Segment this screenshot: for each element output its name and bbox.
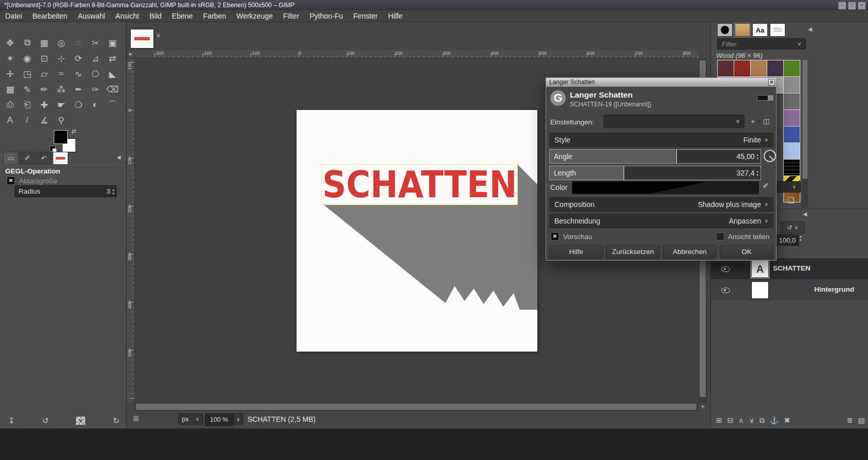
sample-size-option[interactable]: ✕ Abtastgröße <box>7 177 57 185</box>
tool-measure[interactable]: ∡ <box>37 114 52 127</box>
angle-spinner[interactable]: ▴▾ <box>756 153 758 160</box>
dialog-mini-slider[interactable] <box>757 95 773 101</box>
pattern-swatch[interactable] <box>718 60 734 76</box>
canvas-image[interactable]: SCHATTEN <box>297 110 537 352</box>
dialog-titlebar[interactable]: Langer Schatten ✕ <box>546 78 776 87</box>
image-tab[interactable] <box>130 29 154 49</box>
pattern-scrollbar[interactable] <box>802 60 808 208</box>
image-tab-close-icon[interactable]: ✕ <box>156 33 161 39</box>
pattern-swatch[interactable] <box>784 110 800 126</box>
open-pattern-icon[interactable]: ❏ <box>787 196 794 205</box>
radius-spinner[interactable]: ▴▾ <box>112 188 114 195</box>
collapse-right-icon[interactable]: ◀ <box>808 26 812 32</box>
tool-rectangle-select[interactable]: ▦ <box>37 36 52 50</box>
tool-airbrush[interactable]: ⁂ <box>54 83 69 96</box>
tool-perspective-clone[interactable]: ⎗ <box>20 98 35 112</box>
tool-dodge-burn[interactable]: ◐ <box>88 98 103 112</box>
layer-row-schatten[interactable]: ASCHATTEN <box>711 258 868 279</box>
radius-value[interactable]: 3 <box>106 187 111 195</box>
layer-mode-reset-button[interactable]: ↺ ∨ <box>780 221 805 234</box>
tool-flip[interactable]: ⇄ <box>105 52 120 65</box>
pattern-filter-input[interactable]: Filter ∨ <box>717 38 806 50</box>
tool-select-by-color[interactable]: ◉ <box>20 52 35 65</box>
tool-perspective[interactable]: ▱ <box>37 67 52 81</box>
pattern-swatch[interactable] <box>784 126 800 142</box>
tool-rotate[interactable]: ⟳ <box>71 52 86 65</box>
tool-paths[interactable]: ⌒ <box>105 98 120 112</box>
split-view-checkbox[interactable] <box>716 232 724 241</box>
zoom-input[interactable]: 100 % <box>205 414 233 426</box>
maximize-button[interactable]: □ <box>848 2 856 10</box>
collapse-layers-icon[interactable]: ◀ <box>803 211 807 217</box>
reset-tool-options-button[interactable]: ↻ <box>113 416 119 425</box>
pattern-swatch[interactable] <box>784 60 800 76</box>
pattern-scrollbar-thumb[interactable] <box>802 60 808 179</box>
tool-heal[interactable]: ✚ <box>37 98 52 112</box>
anchor-layer-button[interactable]: ⚓ <box>770 416 779 425</box>
horizontal-scrollbar[interactable] <box>135 403 699 411</box>
close-button[interactable]: × <box>858 2 866 10</box>
window-titlebar[interactable]: *[Unbenannt]-7.0 (RGB-Farben 8-Bit-Gamma… <box>0 0 868 10</box>
menu-hilfe[interactable]: Hilfe <box>383 11 408 21</box>
menu-filter[interactable]: Filter <box>278 11 304 21</box>
preview-checkbox[interactable]: ✕ <box>551 232 559 241</box>
menu-datei[interactable]: Datei <box>0 11 27 21</box>
panel-menu-button[interactable]: ▤ <box>858 416 865 425</box>
pattern-swatch[interactable] <box>784 77 800 93</box>
lower-layer-button[interactable]: ∨ <box>749 416 754 425</box>
collapse-left-icon[interactable]: ◀ <box>117 154 121 160</box>
tool-pencil[interactable]: ✏ <box>37 83 52 96</box>
tool-clone[interactable]: ⎙ <box>3 98 18 112</box>
navigation-button[interactable]: ✛ <box>699 403 707 411</box>
angle-dial[interactable] <box>764 150 776 162</box>
tool-zoom[interactable]: ⚲ <box>54 114 69 127</box>
tab-patterns[interactable] <box>735 23 750 37</box>
menu-bearbeiten[interactable]: Bearbeiten <box>27 11 73 21</box>
radius-field[interactable]: Radius 3 ▴▾ <box>14 185 117 197</box>
swap-colors-icon[interactable]: ⇄ <box>71 128 76 135</box>
horizontal-ruler[interactable]: -300-200-1000100200300400500600700800 <box>135 50 699 58</box>
split-view-option[interactable]: Ansicht teilen <box>716 232 769 241</box>
ruler-corner-button[interactable]: ▶ <box>127 50 135 58</box>
manage-settings-icon[interactable]: ◫ <box>763 117 769 125</box>
length-slider[interactable]: Length 327,4▴▾ <box>549 166 761 180</box>
foreground-color-swatch[interactable] <box>54 130 68 144</box>
minimize-button[interactable]: − <box>838 2 846 10</box>
tool-paintbrush[interactable]: ✎ <box>20 83 35 96</box>
unit-select[interactable]: px ∨ <box>178 414 203 425</box>
dialog-button-ok[interactable]: OK <box>720 245 773 259</box>
tool-move[interactable]: ✥ <box>3 36 18 50</box>
settings-combo[interactable]: ∨ <box>603 115 745 128</box>
tool-handle-transform[interactable]: ✛ <box>3 67 18 81</box>
menu-ansicht[interactable]: Ansicht <box>110 11 144 21</box>
new-layer-button[interactable]: ⊞ <box>716 416 722 425</box>
tool-ink[interactable]: ✒ <box>71 83 86 96</box>
horizontal-scrollbar-thumb[interactable] <box>136 404 696 410</box>
style-dropdown[interactable]: Style Finite∨ <box>549 133 773 147</box>
zoom-dropdown-button[interactable]: ∨ <box>233 414 243 425</box>
add-settings-icon[interactable]: + <box>751 117 755 125</box>
tab-brushes[interactable] <box>717 23 733 37</box>
delete-tool-preset-button[interactable]: ✕ <box>76 417 85 425</box>
pattern-swatch[interactable] <box>751 60 767 76</box>
layer-thumbnail[interactable] <box>751 281 769 299</box>
opacity-spinner[interactable]: ▴▾ <box>800 234 802 242</box>
dialog-button-abbrechen[interactable]: Abbrechen <box>663 245 717 259</box>
color-swatch[interactable] <box>572 181 759 194</box>
new-group-button[interactable]: ⊟ <box>727 416 734 425</box>
pattern-swatch[interactable] <box>784 143 800 159</box>
pattern-swatch[interactable] <box>734 60 750 76</box>
clipping-dropdown[interactable]: Beschneidung Anpassen∨ <box>549 214 773 228</box>
tool-scissors-select[interactable]: ✂ <box>88 36 103 50</box>
tool-free-select[interactable]: ◌ <box>71 36 86 50</box>
length-value[interactable]: 327,4 <box>736 169 754 177</box>
tab-tool-options[interactable]: ▭ <box>3 152 19 165</box>
color-picker-icon[interactable]: ✐ <box>763 182 769 190</box>
tool-crop[interactable]: ⊡ <box>37 52 52 65</box>
dialog-button-hilfe[interactable]: Hilfe <box>549 245 603 259</box>
tool-align[interactable]: ⧉ <box>20 36 35 50</box>
visibility-eye-icon[interactable] <box>721 288 730 293</box>
tool-blur-sharpen[interactable]: ❍ <box>71 98 86 112</box>
pattern-swatch[interactable] <box>784 93 800 109</box>
tool-fuzzy-select[interactable]: ✶ <box>3 52 18 65</box>
